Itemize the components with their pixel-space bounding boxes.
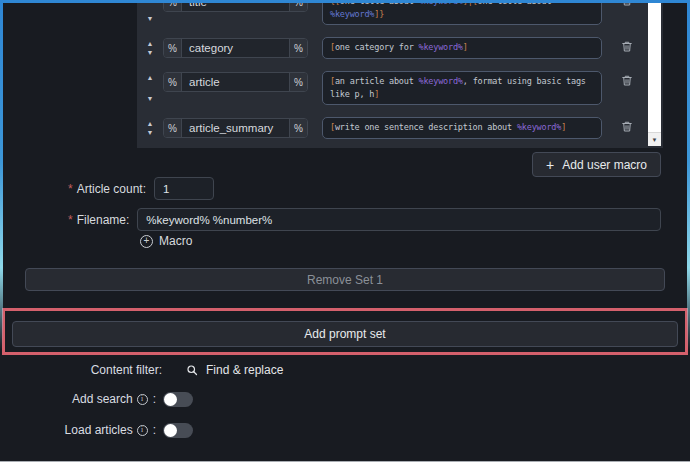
macro-row: ▲▼%%[an article about %keyword%, format … xyxy=(137,71,647,105)
insert-macro-label: Macro xyxy=(159,234,192,248)
value-segment: an article about xyxy=(335,76,419,86)
macro-list-scrollbar[interactable] xyxy=(648,3,661,146)
macro-rows: ▲▼%%{[one title about %keyword%]|[one ti… xyxy=(137,3,647,148)
toggle-label-box: Load articles xyxy=(0,423,156,437)
reorder-arrows: ▲▼ xyxy=(137,71,163,105)
value-segment: {[ xyxy=(330,3,340,6)
move-down-icon[interactable]: ▼ xyxy=(147,49,154,56)
macro-name-group: %% xyxy=(163,38,308,58)
scrollbar-down-icon[interactable] xyxy=(648,133,661,146)
delete-macro-button[interactable] xyxy=(615,3,639,10)
filename-field: * Filename: xyxy=(68,208,661,231)
delete-macro-button[interactable] xyxy=(615,74,639,90)
macro-name-input[interactable] xyxy=(182,39,289,57)
value-segment: ]|[ xyxy=(463,3,478,6)
toggle-label: Load articles xyxy=(65,423,133,437)
macro-prefix: % xyxy=(164,73,182,91)
value-segment: %keyword% xyxy=(419,3,463,6)
delete-macro-button[interactable] xyxy=(615,120,639,136)
value-segment: %keyword% xyxy=(419,76,463,86)
move-up-icon[interactable]: ▲ xyxy=(147,120,154,127)
macro-name-input[interactable] xyxy=(182,73,289,91)
macro-list-panel: ▲▼%%{[one title about %keyword%]|[one ti… xyxy=(137,3,663,148)
content-filter-row: Content filter: Find & replace xyxy=(0,361,690,379)
article-count-input[interactable] xyxy=(154,177,214,200)
value-segment: one title about xyxy=(340,3,419,6)
toggle-label: Add search xyxy=(72,392,133,406)
macro-name-group: %% xyxy=(163,3,308,12)
reorder-arrows: ▲▼ xyxy=(137,37,163,59)
label-colon xyxy=(152,392,156,406)
search-icon xyxy=(186,364,198,376)
reorder-arrows: ▲▼ xyxy=(137,117,163,139)
value-segment: %keyword% xyxy=(330,9,374,19)
macro-row: ▲▼%%{[one title about %keyword%]|[one ti… xyxy=(137,3,647,25)
macro-name-group: %% xyxy=(163,72,308,92)
value-segment: write one sentence description about xyxy=(335,122,517,132)
toggle-switch-off[interactable] xyxy=(163,392,193,407)
value-segment: ] xyxy=(374,89,379,99)
move-up-icon[interactable]: ▲ xyxy=(147,74,154,81)
trash-icon xyxy=(621,3,633,7)
macro-row: ▲▼%%[write one sentence description abou… xyxy=(137,117,647,139)
macro-value-input[interactable]: [an article about %keyword%, format usin… xyxy=(322,71,602,105)
trash-icon xyxy=(621,74,633,87)
move-up-icon[interactable]: ▲ xyxy=(147,40,154,47)
value-segment: ] xyxy=(561,122,566,132)
article-count-field: * Article count: xyxy=(68,177,214,200)
macro-value-input[interactable]: [write one sentence description about %k… xyxy=(322,117,602,139)
macro-value-input[interactable]: [one category for %keyword%] xyxy=(322,37,602,59)
delete-macro-button[interactable] xyxy=(615,40,639,56)
filename-input[interactable] xyxy=(137,208,661,231)
macro-value-input[interactable]: {[one title about %keyword%]|[one title … xyxy=(322,3,602,25)
info-icon[interactable] xyxy=(137,425,148,436)
filename-label: Filename: xyxy=(77,213,130,227)
content-filter-label: Content filter: xyxy=(0,363,162,377)
insert-macro-button[interactable]: Macro xyxy=(140,234,192,248)
move-down-icon[interactable]: ▼ xyxy=(147,15,154,22)
macro-prefix: % xyxy=(164,119,182,137)
add-user-macro-button[interactable]: + Add user macro xyxy=(532,152,661,177)
add-user-macro-label: Add user macro xyxy=(562,158,647,172)
info-icon[interactable] xyxy=(137,394,148,405)
circled-plus-icon xyxy=(140,235,153,248)
macro-suffix: % xyxy=(289,119,307,137)
label-colon xyxy=(152,423,156,437)
value-segment: one title about xyxy=(478,3,552,6)
scrollbar-thumb[interactable] xyxy=(648,3,661,133)
trash-icon xyxy=(621,120,633,133)
macro-suffix: % xyxy=(289,3,307,11)
macro-prefix: % xyxy=(164,3,182,11)
macro-name-input[interactable] xyxy=(182,3,289,11)
reorder-arrows: ▲▼ xyxy=(137,3,163,25)
macro-name-input[interactable] xyxy=(182,119,289,137)
macro-row: ▲▼%%[one category for %keyword%] xyxy=(137,37,647,59)
value-segment: %keyword% xyxy=(517,122,561,132)
toggle-row-add-search: Add search xyxy=(0,391,193,407)
article-count-label: Article count: xyxy=(77,182,146,196)
value-segment: ] xyxy=(463,42,468,52)
macro-name-group: %% xyxy=(163,118,308,138)
value-segment: one category for xyxy=(335,42,419,52)
find-replace-button[interactable]: Find & replace xyxy=(186,363,283,377)
toggle-label-box: Add search xyxy=(0,392,156,406)
app-window: ▲▼%%{[one title about %keyword%]|[one ti… xyxy=(0,0,690,462)
annotation-highlight-box: Add prompt set xyxy=(2,308,688,355)
value-segment: ]} xyxy=(374,9,384,19)
required-asterisk: * xyxy=(68,182,73,196)
macro-prefix: % xyxy=(164,39,182,57)
macro-suffix: % xyxy=(289,73,307,91)
toggle-switch-off[interactable] xyxy=(163,423,193,438)
toggle-row-load-articles: Load articles xyxy=(0,422,193,438)
trash-icon xyxy=(621,40,633,53)
plus-icon: + xyxy=(546,158,554,172)
find-replace-label: Find & replace xyxy=(206,363,283,377)
macro-suffix: % xyxy=(289,39,307,57)
move-down-icon[interactable]: ▼ xyxy=(147,129,154,136)
move-down-icon[interactable]: ▼ xyxy=(147,95,154,102)
required-asterisk: * xyxy=(68,213,73,227)
add-prompt-set-button[interactable]: Add prompt set xyxy=(12,321,678,347)
value-segment: %keyword% xyxy=(419,42,463,52)
remove-set-button[interactable]: Remove Set 1 xyxy=(25,268,665,291)
